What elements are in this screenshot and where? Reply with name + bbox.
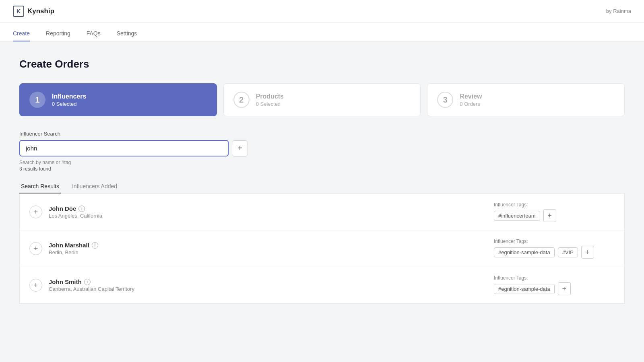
result-name-john-smith: John Smith i	[49, 278, 487, 285]
search-hint: Search by name or #tag	[19, 160, 625, 165]
app-name: Kynship	[27, 7, 54, 15]
step-2-number: 2	[233, 92, 250, 108]
tag-vip-marshall: #VIP	[558, 247, 578, 257]
tags-row-john-marshall: #egnition-sample-data #VIP +	[494, 246, 594, 259]
tab-influencers-added[interactable]: Influencers Added	[70, 180, 119, 193]
result-tabs: Search Results Influencers Added	[19, 180, 625, 194]
tags-row-john-smith: #egnition-sample-data +	[494, 282, 571, 295]
search-label: Influencer Search	[19, 131, 625, 137]
add-tag-john-doe[interactable]: +	[543, 209, 556, 222]
result-info-john-marshall: John Marshall i Berlin, Berlin	[49, 242, 487, 255]
app-logo: K Kynship	[13, 6, 54, 17]
step-2-sub: 0 Selected	[256, 101, 284, 107]
tag-influencerteam: #influencerteam	[494, 211, 540, 221]
step-1-sub: 0 Selected	[52, 101, 86, 107]
tags-label-john-smith: Influencer Tags:	[494, 275, 615, 281]
nav-item-create[interactable]: Create	[13, 30, 30, 41]
results-list: + John Doe i Los Angeles, California Inf…	[19, 194, 625, 304]
tags-label-john-doe: Influencer Tags:	[494, 202, 615, 208]
add-influencer-john-marshall[interactable]: +	[29, 242, 42, 255]
result-name-john-marshall: John Marshall i	[49, 242, 487, 249]
step-3-sub: 0 Orders	[460, 101, 482, 107]
search-results-count: 3 results found	[19, 166, 625, 172]
result-name-john-doe: John Doe i	[49, 205, 487, 212]
info-icon-john-marshall[interactable]: i	[92, 242, 98, 249]
info-icon-john-smith[interactable]: i	[84, 279, 91, 285]
steps-bar: 1 Influencers 0 Selected 2 Products 0 Se…	[19, 83, 625, 116]
step-influencers[interactable]: 1 Influencers 0 Selected	[19, 83, 217, 116]
tags-row-john-doe: #influencerteam +	[494, 209, 556, 222]
add-influencer-john-smith[interactable]: +	[29, 279, 42, 292]
tag-egnition-sample-data-smith: #egnition-sample-data	[494, 284, 555, 294]
search-add-button[interactable]: +	[232, 140, 248, 156]
step-products[interactable]: 2 Products 0 Selected	[223, 83, 421, 116]
tags-section-john-doe: Influencer Tags: #influencerteam +	[494, 202, 615, 222]
add-tag-john-marshall[interactable]: +	[581, 246, 594, 259]
topbar-by-text: by Rainma	[606, 8, 631, 14]
table-row: + John Smith i Canberra, Australian Capi…	[20, 267, 624, 303]
table-row: + John Marshall i Berlin, Berlin Influen…	[20, 230, 624, 267]
step-3-title: Review	[460, 93, 482, 100]
nav-item-faqs[interactable]: FAQs	[87, 30, 101, 41]
info-icon-john-doe[interactable]: i	[78, 206, 85, 212]
step-1-number: 1	[29, 92, 45, 108]
result-location-john-marshall: Berlin, Berlin	[49, 249, 487, 255]
page-title: Create Orders	[19, 58, 625, 70]
add-influencer-john-doe[interactable]: +	[29, 206, 42, 218]
result-location-john-doe: Los Angeles, California	[49, 213, 487, 219]
tags-label-john-marshall: Influencer Tags:	[494, 239, 615, 244]
search-input[interactable]	[19, 140, 229, 156]
result-location-john-smith: Canberra, Australian Capital Territory	[49, 286, 487, 292]
add-tag-john-smith[interactable]: +	[558, 282, 571, 295]
tab-search-results[interactable]: Search Results	[19, 180, 61, 193]
nav-item-reporting[interactable]: Reporting	[46, 30, 70, 41]
step-2-title: Products	[256, 93, 284, 100]
logo-icon: K	[13, 6, 24, 17]
step-2-info: Products 0 Selected	[256, 93, 284, 107]
tag-egnition-sample-data-marshall: #egnition-sample-data	[494, 247, 555, 257]
tags-section-john-smith: Influencer Tags: #egnition-sample-data +	[494, 275, 615, 295]
step-1-info: Influencers 0 Selected	[52, 93, 86, 107]
step-3-number: 3	[437, 92, 453, 108]
step-review[interactable]: 3 Review 0 Orders	[427, 83, 625, 116]
step-3-info: Review 0 Orders	[460, 93, 482, 107]
result-info-john-smith: John Smith i Canberra, Australian Capita…	[49, 278, 487, 292]
result-info-john-doe: John Doe i Los Angeles, California	[49, 205, 487, 219]
search-row: +	[19, 140, 625, 156]
step-1-title: Influencers	[52, 93, 86, 100]
nav-item-settings[interactable]: Settings	[117, 30, 137, 41]
main-nav: Create Reporting FAQs Settings	[0, 23, 644, 42]
tags-section-john-marshall: Influencer Tags: #egnition-sample-data #…	[494, 239, 615, 259]
topbar: K Kynship by Rainma	[0, 0, 644, 23]
table-row: + John Doe i Los Angeles, California Inf…	[20, 194, 624, 230]
main-content: Create Orders 1 Influencers 0 Selected 2…	[0, 42, 644, 320]
